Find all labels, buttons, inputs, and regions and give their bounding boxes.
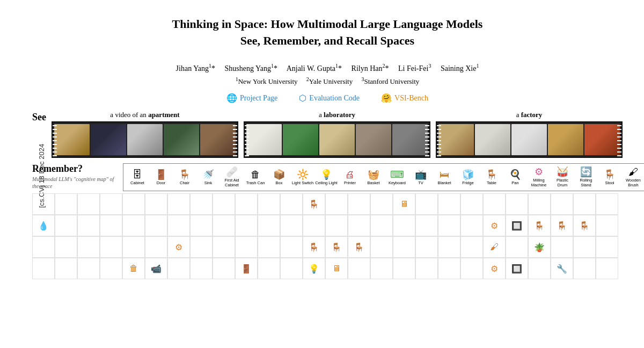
see-label: See bbox=[32, 112, 46, 123]
apt-frame-4 bbox=[164, 124, 199, 155]
scatter-cell bbox=[596, 193, 618, 215]
scatter-cell: ⚙ bbox=[483, 258, 506, 279]
scatter-cell bbox=[235, 193, 258, 215]
object-blanket: 🛏 Blanket bbox=[433, 169, 456, 186]
object-firstaid: 🩹 First Aid Cabinet bbox=[220, 166, 244, 189]
object-drum: 🥁 Plastic Drum bbox=[551, 166, 574, 189]
lab-frame-3 bbox=[319, 124, 355, 155]
scatter-cell bbox=[528, 193, 551, 215]
scatter-section: 🪑🖥💧⚙🔲🪑🪑🪑⚙🪑🪑🪑🖌🪴🗑📹🚪💡🖥⚙🔲🔧 bbox=[32, 193, 623, 279]
see-section: See a video of an apartment a laboratory bbox=[32, 111, 623, 158]
scatter-cell bbox=[190, 236, 213, 258]
scatter-cell: ⚙ bbox=[483, 215, 506, 236]
fac-frame-5 bbox=[584, 124, 620, 155]
apt-frame-2 bbox=[91, 124, 126, 155]
apt-frame-3 bbox=[127, 124, 163, 155]
scatter-cell bbox=[190, 215, 213, 236]
scatter-cell: 🗑 bbox=[122, 258, 145, 279]
scatter-cell: 🖥 bbox=[325, 258, 348, 279]
scatter-cell bbox=[213, 215, 235, 236]
fac-filmstrip bbox=[436, 121, 623, 158]
fac-frame-3 bbox=[511, 124, 547, 155]
lab-filmstrip bbox=[244, 121, 430, 158]
scatter-cell bbox=[460, 215, 483, 236]
scatter-cell bbox=[280, 236, 303, 258]
scatter-cell bbox=[77, 258, 100, 279]
scatter-cell bbox=[167, 215, 190, 236]
scatter-cell bbox=[258, 215, 280, 236]
lab-frame-4 bbox=[356, 124, 391, 155]
scatter-cell: 🪑 bbox=[303, 193, 325, 215]
fac-frame-1 bbox=[438, 124, 474, 155]
apt-frame-1 bbox=[54, 124, 90, 155]
apt-filmstrip bbox=[52, 121, 238, 158]
scatter-cell bbox=[573, 193, 596, 215]
scatter-cell bbox=[100, 236, 122, 258]
scatter-cell bbox=[280, 193, 303, 215]
scatter-cell: 🪑 bbox=[573, 215, 596, 236]
scatter-cell bbox=[100, 258, 122, 279]
object-grid: 🗄 Cabinet 🚪 Door 🪑 Chair 🚿 Sink bbox=[123, 163, 644, 191]
scatter-cell bbox=[235, 236, 258, 258]
title-section: Thinking in Space: How Multimodal Large … bbox=[32, 5, 623, 55]
project-page-link[interactable]: 🌐 Project Page bbox=[226, 93, 277, 103]
sink-icon: 🚿 bbox=[202, 170, 214, 179]
scatter-cell bbox=[77, 215, 100, 236]
scatter-cell bbox=[551, 236, 573, 258]
scatter-cell bbox=[55, 215, 77, 236]
scatter-cell bbox=[528, 258, 551, 279]
scatter-cell: 🪑 bbox=[348, 236, 370, 258]
scatter-cell bbox=[348, 215, 370, 236]
scatter-cell bbox=[370, 236, 393, 258]
scatter-cell bbox=[596, 258, 618, 279]
scatter-cell bbox=[280, 258, 303, 279]
scatter-cell bbox=[32, 258, 55, 279]
object-trash: 🗑 Trash Can bbox=[244, 169, 267, 186]
video-group-apartment: a video of an apartment bbox=[52, 111, 238, 158]
drum-icon: 🥁 bbox=[557, 167, 568, 177]
scatter-grid: 🪑🖥💧⚙🔲🪑🪑🪑⚙🪑🪑🪑🖌🪴🗑📹🚪💡🖥⚙🔲🔧 bbox=[32, 193, 623, 279]
scatter-cell: 💧 bbox=[32, 215, 55, 236]
vsibench-link[interactable]: 🤗 VSI-Bench bbox=[381, 93, 428, 103]
scatter-cell bbox=[393, 258, 415, 279]
scatter-cell bbox=[190, 258, 213, 279]
scatter-cell bbox=[55, 193, 77, 215]
scatter-cell bbox=[325, 193, 348, 215]
object-stool: 🪑 Stool bbox=[598, 169, 621, 186]
links-section: 🌐 Project Page ⬡ Evaluation Code 🤗 VSI-B… bbox=[32, 93, 623, 103]
object-ceilinglight: 💡 Ceiling Light bbox=[314, 169, 338, 186]
scatter-cell bbox=[415, 193, 438, 215]
eval-code-link[interactable]: ⬡ Evaluation Code bbox=[299, 93, 360, 103]
scatter-cell bbox=[145, 215, 167, 236]
ceilinglight-icon: 💡 bbox=[320, 170, 332, 179]
scatter-cell bbox=[573, 258, 596, 279]
scatter-cell: 🪑 bbox=[303, 236, 325, 258]
scatter-cell bbox=[460, 236, 483, 258]
apt-caption: a video of an apartment bbox=[110, 111, 179, 119]
scatter-cell bbox=[438, 193, 460, 215]
scatter-cell: 🔧 bbox=[551, 258, 573, 279]
scatter-cell bbox=[303, 215, 325, 236]
scatter-cell bbox=[190, 193, 213, 215]
scatter-cell bbox=[32, 193, 55, 215]
scatter-cell bbox=[483, 193, 506, 215]
emoji-icon: 🤗 bbox=[381, 93, 392, 103]
scatter-cell bbox=[370, 215, 393, 236]
paper-title: Thinking in Space: How Multimodal Large … bbox=[32, 16, 623, 49]
scatter-cell bbox=[415, 236, 438, 258]
trash-icon: 🗑 bbox=[251, 170, 260, 179]
object-table: 🪑 Table bbox=[480, 169, 503, 186]
object-pan: 🍳 Pan bbox=[503, 169, 527, 186]
scatter-cell bbox=[213, 258, 235, 279]
scatter-cell bbox=[393, 215, 415, 236]
scatter-cell bbox=[122, 215, 145, 236]
scatter-cell bbox=[55, 258, 77, 279]
scatter-cell bbox=[122, 236, 145, 258]
object-keyboard: ⌨ Keyboard bbox=[385, 169, 409, 186]
scatter-cell bbox=[32, 236, 55, 258]
scatter-cell: 🔲 bbox=[506, 258, 528, 279]
table-icon: 🪑 bbox=[486, 170, 497, 179]
scatter-cell bbox=[100, 215, 122, 236]
scatter-cell: 📹 bbox=[145, 258, 167, 279]
door-icon: 🚪 bbox=[155, 170, 167, 179]
